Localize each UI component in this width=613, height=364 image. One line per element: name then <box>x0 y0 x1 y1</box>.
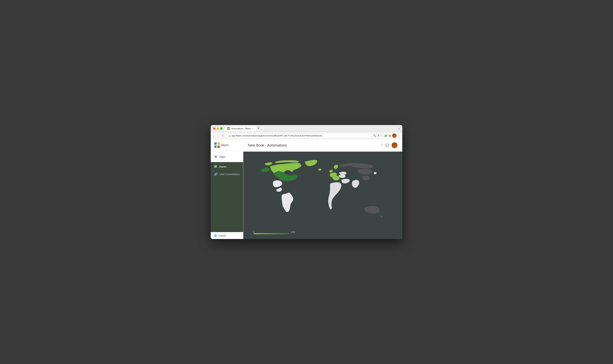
svg-rect-5 <box>253 233 290 234</box>
title-bar-collapse[interactable]: ∨ <box>398 127 400 130</box>
sidebar-dark-section: 🏛 Banks 🔗 User Connections <box>211 162 243 232</box>
language-label: English <box>218 234 226 237</box>
sidebar-item-banks-label: Banks <box>219 165 226 168</box>
help-button[interactable]: ? <box>381 143 383 147</box>
page-title: New Book - Automations <box>248 143 287 147</box>
logo-text: bkper <box>221 143 229 147</box>
sidebar-item-apps[interactable]: ⊞ Apps <box>211 153 243 160</box>
banks-icon: 🏛 <box>214 165 217 169</box>
reload-button[interactable]: ↻ <box>221 134 225 138</box>
tab-favicon: b <box>227 127 230 130</box>
sidebar-item-user-connections[interactable]: 🔗 User Connections <box>211 170 243 178</box>
svg-rect-2 <box>214 145 217 148</box>
app-container: bkper ⊞ Apps 🏛 Banks 🔗 User Connections <box>211 139 402 239</box>
new-tab-button[interactable]: + <box>257 126 261 130</box>
bkper-logo-icon <box>214 142 220 148</box>
tab-bar: b Automations - Bkper × + <box>225 126 398 131</box>
tab-title: Automations - Bkper <box>231 127 251 130</box>
bookmark-icon[interactable]: ☆ <box>381 134 383 137</box>
sidebar: bkper ⊞ Apps 🏛 Banks 🔗 User Connections <box>211 139 243 239</box>
title-bar: b Automations - Bkper × + ∨ <box>211 125 402 132</box>
svg-rect-4 <box>250 152 396 239</box>
svg-rect-1 <box>217 142 220 145</box>
sidebar-item-user-connections-label: User Connections <box>219 173 240 176</box>
map-area: 3 9,790 <box>243 152 402 239</box>
tab-close-icon[interactable]: × <box>252 127 253 130</box>
main-content: New Book - Automations ? 💬 <box>243 139 402 239</box>
user-connections-icon: 🔗 <box>214 172 217 176</box>
extensions-icon[interactable]: 🧩 <box>384 134 388 137</box>
close-button[interactable] <box>213 127 215 130</box>
user-avatar[interactable] <box>392 142 398 148</box>
sidebar-footer[interactable]: 🌐 English <box>211 232 243 239</box>
active-tab[interactable]: b Automations - Bkper × <box>225 126 256 131</box>
url-text: app.bkper.com/automations/agtzfmJrcGVyLW… <box>232 134 322 137</box>
maximize-button[interactable] <box>220 127 223 130</box>
svg-rect-0 <box>214 142 217 145</box>
svg-rect-3 <box>217 145 220 148</box>
sidebar-logo[interactable]: bkper <box>211 139 243 151</box>
header-actions: ? 💬 <box>381 142 398 148</box>
sidebar-item-apps-label: Apps <box>219 155 225 158</box>
share-icon[interactable]: ⬆ <box>377 134 380 137</box>
world-map: 3 9,790 <box>243 152 402 239</box>
page-header: New Book - Automations ? 💬 <box>243 139 402 152</box>
chat-button[interactable]: 💬 <box>385 143 389 147</box>
url-bar[interactable]: 🔒 app.bkper.com/automations/agtzfmJrcGVy… <box>226 133 372 138</box>
browser-window: b Automations - Bkper × + ∨ ‹ › ↻ 🔒 app.… <box>211 125 402 239</box>
language-icon: 🌐 <box>214 234 217 237</box>
svg-text:9,790: 9,790 <box>291 231 295 233</box>
address-bar: ‹ › ↻ 🔒 app.bkper.com/automations/agtzfm… <box>211 132 402 139</box>
zoom-icon[interactable]: 🔍 <box>373 134 376 137</box>
svg-text:3: 3 <box>253 231 254 233</box>
apps-icon: ⊞ <box>214 155 217 158</box>
menu-icon[interactable]: ⋮ <box>398 134 400 137</box>
sidebar-item-banks[interactable]: 🏛 Banks <box>211 163 243 170</box>
sidebar-white-section: ⊞ Apps <box>211 151 243 162</box>
back-button[interactable]: ‹ <box>213 134 215 138</box>
minimize-button[interactable] <box>217 127 219 130</box>
sidebar-toggle-icon[interactable]: ▣ <box>389 134 391 137</box>
address-actions: 🔍 ⬆ ☆ 🧩 ▣ ⋮ <box>373 133 400 138</box>
traffic-lights <box>213 127 223 130</box>
lock-icon: 🔒 <box>228 134 231 137</box>
browser-profile-avatar[interactable] <box>392 133 397 138</box>
forward-button[interactable]: › <box>217 134 219 138</box>
